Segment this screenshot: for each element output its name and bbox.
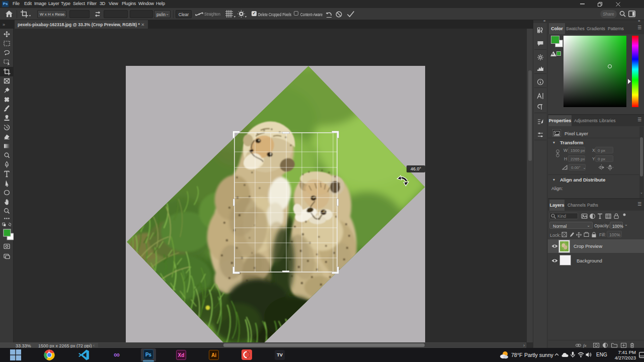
svg-text:fx: fx <box>583 343 587 348</box>
